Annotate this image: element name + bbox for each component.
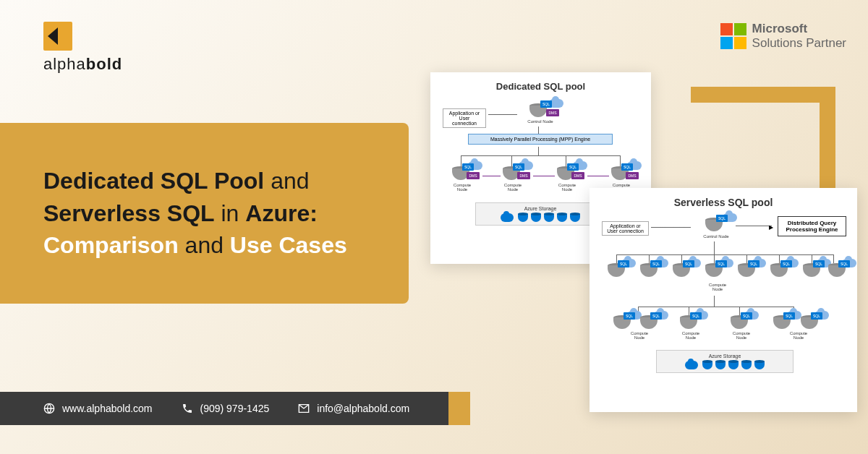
- sql-badge: SQL: [780, 260, 792, 267]
- dms-badge: DMS: [546, 109, 559, 116]
- headline-p5: Use Cases: [230, 232, 347, 258]
- title-banner: Dedicated SQL Pool and Serverless SQL in…: [0, 123, 409, 304]
- sql-badge: SQL: [650, 312, 662, 320]
- serverless-sql-diagram: Serverless SQL pool Application or User …: [590, 188, 857, 412]
- control-node-label: Control Node: [522, 119, 558, 124]
- headline-text: Dedicated SQL Pool and Serverless SQL in…: [43, 165, 347, 262]
- headline-p2: Serverless SQL: [43, 200, 215, 226]
- logo-icon: [43, 22, 72, 51]
- diagram2-body: Application or User connection SQL Contr…: [598, 214, 848, 403]
- storage-disk-icon: [557, 213, 567, 222]
- compute-label: Compute Node: [699, 283, 736, 291]
- headline-c1: and: [271, 168, 309, 194]
- storage-disk-icon: [702, 361, 712, 369]
- compute-label: Compute Node: [498, 183, 527, 192]
- alphabold-logo: alphabold: [43, 22, 122, 74]
- headline-c3: and: [185, 232, 224, 258]
- sql-badge: SQL: [567, 163, 579, 171]
- microsoft-logo-icon: [720, 23, 746, 49]
- control-node-label: Control Node: [698, 234, 734, 239]
- compute-label: Compute Node: [780, 331, 817, 340]
- storage-disk-icon: [728, 361, 739, 369]
- sql-badge: SQL: [813, 260, 825, 267]
- dms-badge: DMS: [626, 172, 639, 179]
- sql-badge: SQL: [683, 260, 694, 267]
- mpp-engine-label: Massively Parallel Processing (MPP) Engi…: [468, 134, 613, 145]
- logo-text: alphabold: [43, 55, 122, 74]
- diagram1-title: Dedicated SQL pool: [439, 81, 642, 92]
- sql-badge: SQL: [811, 312, 822, 320]
- headline-c2: in: [221, 200, 239, 226]
- sql-badge: SQL: [690, 312, 702, 320]
- email-text: info@alphabold.com: [317, 403, 409, 414]
- microsoft-partner-badge: Microsoft Solutions Partner: [720, 22, 846, 51]
- headline-p1: Dedicated SQL Pool: [43, 168, 264, 194]
- sql-badge: SQL: [741, 312, 752, 320]
- azure-storage-box: Azure Storage: [475, 202, 605, 226]
- sql-badge: SQL: [540, 100, 552, 108]
- compute-label: Compute Node: [448, 183, 477, 192]
- azure-storage-box: Azure Storage: [656, 350, 793, 373]
- sql-badge: SQL: [783, 312, 795, 320]
- storage-label: Azure Storage: [479, 206, 602, 211]
- logo-part2: bold: [86, 55, 122, 73]
- storage-disk-icon: [570, 213, 580, 222]
- headline-p4: Comparison: [43, 232, 179, 258]
- envelope-icon: [298, 403, 310, 414]
- ms-name: Microsoft: [752, 22, 846, 36]
- email-item: info@alphabold.com: [298, 403, 409, 414]
- compute-label: Compute Node: [553, 183, 582, 192]
- dms-badge: DMS: [467, 172, 480, 179]
- sql-badge: SQL: [748, 260, 760, 267]
- contact-footer: www.alphabold.com (909) 979-1425 info@al…: [0, 392, 448, 425]
- storage-disk-icon: [741, 361, 752, 369]
- website-text: www.alphabold.com: [62, 403, 153, 414]
- storage-disk-icon: [715, 361, 726, 369]
- phone-icon: [182, 403, 193, 414]
- globe-icon: [43, 403, 55, 414]
- cloud-storage-icon: [685, 361, 698, 369]
- sql-badge: SQL: [838, 260, 850, 267]
- dms-badge: DMS: [571, 172, 584, 179]
- headline-p3: Azure:: [245, 200, 318, 226]
- sql-badge: SQL: [621, 163, 633, 171]
- website-item: www.alphabold.com: [43, 403, 153, 414]
- sql-badge: SQL: [618, 260, 629, 267]
- ms-subtitle: Solutions Partner: [752, 36, 846, 51]
- compute-label: Compute Node: [723, 331, 760, 340]
- sql-badge: SQL: [716, 215, 728, 222]
- sql-badge: SQL: [715, 260, 727, 267]
- compute-label: Compute Node: [673, 331, 709, 340]
- logo-part1: alpha: [43, 55, 86, 73]
- footer-gold-accent: [448, 392, 470, 425]
- dms-badge: DMS: [517, 172, 530, 179]
- storage-disk-icon: [754, 361, 765, 369]
- diagram2-title: Serverless SQL pool: [598, 197, 848, 208]
- storage-disk-icon: [518, 213, 528, 222]
- cloud-storage-icon: [501, 213, 514, 222]
- sql-badge: SQL: [624, 312, 635, 320]
- sql-badge: SQL: [650, 260, 662, 267]
- app-label: Application or User connection: [443, 108, 486, 128]
- storage-disk-icon: [531, 213, 541, 222]
- dqp-engine-label: Distributed Query Processing Engine: [778, 216, 846, 236]
- storage-disk-icon: [544, 213, 554, 222]
- ms-partner-text: Microsoft Solutions Partner: [752, 22, 846, 51]
- app-label: Application or User connection: [602, 221, 649, 236]
- compute-label: Compute Node: [621, 331, 658, 340]
- sql-badge: SQL: [513, 163, 524, 171]
- phone-item: (909) 979-1425: [182, 403, 270, 414]
- storage-label: Azure Storage: [660, 354, 790, 359]
- sql-badge: SQL: [462, 163, 474, 171]
- phone-text: (909) 979-1425: [200, 403, 270, 414]
